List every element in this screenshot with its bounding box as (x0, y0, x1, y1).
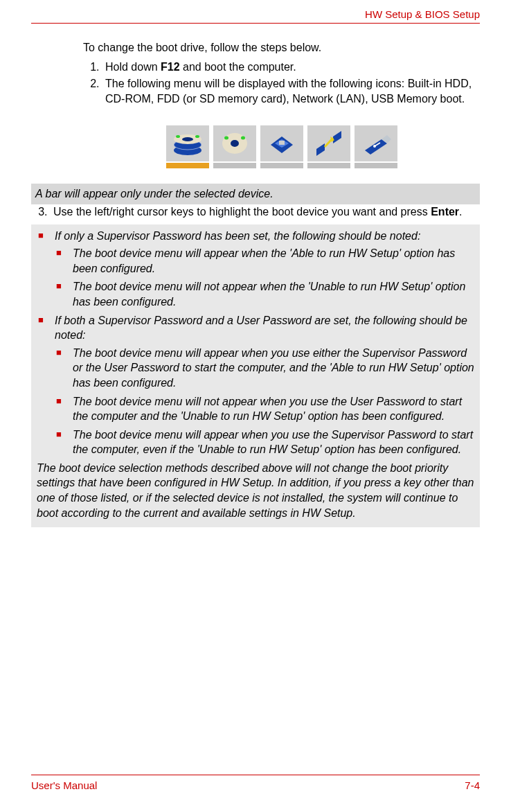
svg-marker-17 (365, 139, 387, 155)
header-rule (31, 23, 480, 24)
usb-cell (355, 125, 397, 168)
info-icon (0, 185, 8, 209)
footer-rule (31, 775, 480, 775)
note2-b2-sub: The boot device menu will appear when yo… (55, 346, 474, 457)
fdd-cell (260, 125, 303, 168)
step-list: Hold down F12 and boot the computer. The… (83, 60, 480, 107)
svg-rect-12 (279, 141, 285, 145)
usb-bar (355, 163, 397, 168)
note1-text: A bar will appear only under the selecte… (31, 184, 480, 204)
note2-row: If only a Supervisor Password has been s… (0, 224, 480, 528)
cdrom-icon (213, 125, 256, 161)
svg-point-4 (195, 135, 199, 138)
usb-icon (355, 125, 397, 161)
header-section: HW Setup & BIOS Setup (31, 0, 480, 23)
note1-row: A bar will appear only under the selecte… (0, 184, 480, 221)
cdrom-bar (213, 163, 256, 168)
boot-icon-row (83, 125, 480, 168)
step-2: The following menu will be displayed wit… (102, 76, 480, 106)
step3-pre: Use the left/right cursor keys to highli… (53, 206, 431, 218)
step1-pre: Hold down (105, 61, 161, 73)
step3-key: Enter (431, 206, 459, 218)
fdd-bar (260, 163, 303, 168)
network-cell (307, 125, 350, 168)
note2-para: The boot device selection methods descri… (37, 461, 474, 520)
footer: User's Manual 7-4 (31, 775, 480, 791)
fdd-icon (260, 125, 303, 161)
footer-right: 7-4 (465, 779, 480, 791)
svg-point-8 (241, 136, 245, 140)
network-icon (307, 125, 350, 161)
note2-b1s2: The boot device menu will not appear whe… (55, 279, 474, 309)
note2-box: If only a Supervisor Password has been s… (31, 224, 480, 528)
step-list-continued: Use the left/right cursor keys to highli… (31, 204, 480, 220)
step3-post: . (459, 206, 462, 218)
hdd-cell (166, 125, 209, 168)
hdd-icon (166, 125, 209, 161)
note2-b2s2: The boot device menu will not appear whe… (55, 394, 474, 424)
note2-b1s1: The boot device menu will appear when th… (55, 246, 474, 276)
step-1: Hold down F12 and boot the computer. (102, 60, 480, 75)
svg-point-7 (231, 140, 239, 147)
footer-left: User's Manual (31, 779, 97, 791)
step-3: Use the left/right cursor keys to highli… (51, 204, 480, 220)
step1-key: F12 (161, 61, 180, 73)
note2-b1-sub: The boot device menu will appear when th… (55, 246, 474, 309)
hdd-bar-active (166, 163, 209, 168)
note2-b2s3: The boot device menu will appear when yo… (55, 427, 474, 457)
svg-point-5 (176, 135, 180, 138)
network-bar (307, 163, 350, 168)
svg-marker-13 (316, 143, 325, 156)
cdrom-cell (213, 125, 256, 168)
note2-list: If only a Supervisor Password has been s… (37, 229, 474, 457)
step1-post: and boot the computer. (180, 61, 296, 73)
info-icon (0, 226, 8, 249)
note2-b2s1: The boot device menu will appear when yo… (55, 346, 474, 391)
svg-marker-14 (333, 131, 341, 143)
main-content: To change the boot drive, follow the ste… (83, 40, 480, 168)
note2-b1: If only a Supervisor Password has been s… (37, 229, 474, 310)
note2-b2-text: If both a Supervisor Password and a User… (55, 315, 467, 342)
svg-point-9 (224, 136, 228, 140)
intro-text: To change the boot drive, follow the ste… (83, 40, 480, 55)
note2-b1-text: If only a Supervisor Password has been s… (55, 230, 420, 242)
note2-b2: If both a Supervisor Password and a User… (37, 313, 474, 457)
svg-point-3 (182, 137, 193, 141)
